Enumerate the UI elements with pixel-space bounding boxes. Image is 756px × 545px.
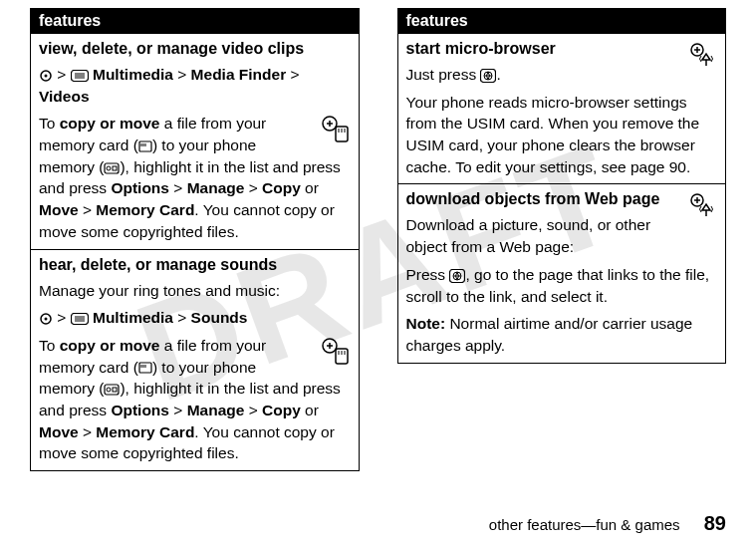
text: To — [39, 337, 60, 354]
svg-rect-19 — [113, 166, 117, 170]
section-title: download objects from Web page — [406, 190, 718, 208]
opt-move: Move — [39, 201, 79, 218]
section-title: start micro-browser — [406, 40, 718, 58]
phone-memory-icon — [104, 384, 120, 396]
opt-copy: Copy — [262, 402, 301, 418]
features-header-left: features — [30, 8, 360, 34]
section-title: hear, delete, or manage sounds — [39, 256, 351, 274]
page-number: 89 — [704, 512, 726, 534]
phone-memory-icon — [104, 162, 120, 174]
nav-multimedia: Multimedia — [93, 66, 173, 83]
browser-settings-text: Your phone reads micro-browser settings … — [406, 92, 718, 178]
nav-path: > Multimedia > Sounds — [39, 307, 351, 329]
opt-options: Options — [111, 402, 169, 418]
menu-key-icon — [71, 313, 89, 325]
press-instructions: Press , go to the page that links to the… — [406, 264, 718, 307]
svg-point-38 — [107, 388, 111, 392]
page-container: features view, delete, or manage video c… — [0, 0, 756, 479]
section-download-objects: download objects from Web page Download … — [397, 184, 727, 363]
opt-manage: Manage — [187, 402, 245, 418]
text-or: or — [301, 179, 319, 196]
globe-key-icon — [449, 269, 465, 283]
opt-move: Move — [39, 423, 79, 440]
right-column: features start micro-browser Just press … — [397, 8, 727, 471]
nav-sounds: Sounds — [191, 309, 248, 326]
opt-memory-card: Memory Card — [96, 423, 194, 440]
menu-key-icon — [71, 70, 89, 82]
opt-memory-card: Memory Card — [96, 201, 194, 218]
svg-point-18 — [107, 166, 111, 170]
nav-path: > Multimedia > Media Finder > Videos — [39, 64, 351, 107]
nav-media-finder: Media Finder — [191, 66, 287, 83]
section-title: view, delete, or manage video clips — [39, 40, 351, 58]
just-press-text: Just press . — [406, 64, 718, 86]
text-or: or — [301, 402, 319, 418]
page-footer: other features—fun & games 89 — [489, 512, 726, 535]
optional-memory-icon — [321, 115, 351, 144]
svg-rect-39 — [113, 388, 117, 392]
download-intro: Download a picture, sound, or other obje… — [406, 214, 718, 257]
card-icon — [138, 362, 152, 374]
center-key-icon — [39, 312, 53, 326]
intro-text: Manage your ring tones and music: — [39, 280, 351, 302]
footer-text: other features—fun & games — [489, 516, 680, 533]
section-video-clips: view, delete, or manage video clips > Mu… — [30, 34, 360, 250]
card-icon — [138, 140, 152, 152]
note-paragraph: Note: Normal airtime and/or carrier usag… — [406, 313, 718, 356]
features-header-right: features — [397, 8, 727, 34]
svg-point-21 — [45, 318, 48, 321]
text: Just press — [406, 66, 481, 83]
opt-copy: Copy — [262, 179, 301, 196]
opt-options: Options — [111, 179, 169, 196]
text: To — [39, 115, 60, 132]
copy-move-paragraph: To copy or move a file from your memory … — [39, 113, 351, 242]
network-feature-icon — [689, 192, 717, 220]
section-sounds: hear, delete, or manage sounds Manage yo… — [30, 250, 360, 472]
opt-manage: Manage — [187, 179, 245, 196]
svg-point-1 — [45, 74, 48, 77]
note-label: Note: — [406, 315, 446, 332]
center-key-icon — [39, 69, 53, 83]
globe-key-icon — [480, 69, 496, 83]
section-micro-browser: start micro-browser Just press . Your ph… — [397, 34, 727, 184]
note-text: Normal airtime and/or carrier usage char… — [406, 315, 693, 354]
optional-memory-icon — [321, 337, 351, 367]
copy-move-bold: copy or move — [60, 337, 160, 354]
copy-move-paragraph: To copy or move a file from your memory … — [39, 335, 351, 464]
left-column: features view, delete, or manage video c… — [30, 8, 360, 471]
nav-videos: Videos — [39, 88, 90, 105]
text: Press — [406, 266, 450, 283]
nav-multimedia: Multimedia — [93, 309, 173, 326]
copy-move-bold: copy or move — [60, 115, 160, 132]
text: . — [496, 66, 500, 83]
network-feature-icon — [689, 42, 717, 70]
